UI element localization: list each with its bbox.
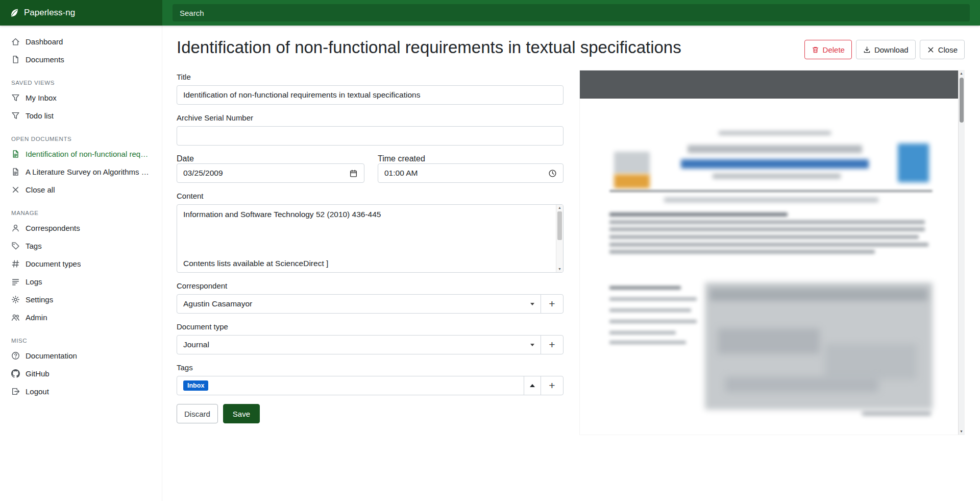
correspondent-label: Correspondent: [177, 281, 564, 290]
asn-input[interactable]: [177, 126, 564, 146]
sidebar-item-settings[interactable]: Settings: [0, 291, 162, 308]
sidebar-item-logs[interactable]: Logs: [0, 273, 162, 291]
sidebar-item-my-inbox[interactable]: My Inbox: [0, 89, 162, 107]
file-icon: [11, 55, 20, 64]
tag-badge-inbox[interactable]: Inbox: [183, 380, 208, 391]
people-icon: [11, 313, 20, 322]
pdf-blur-meta-line: [609, 286, 681, 290]
sidebar-item-github[interactable]: GitHub: [0, 365, 162, 383]
pdf-blur-logo-left-orange: [614, 174, 650, 188]
pdf-blur-caption: [862, 411, 931, 416]
app-brand[interactable]: Paperless-ng: [0, 0, 162, 26]
pdf-scroll-up-arrow[interactable]: ▲: [959, 70, 964, 77]
person-icon: [11, 224, 20, 232]
pdf-blur-text-line: [609, 250, 875, 254]
sidebar-item-document-types[interactable]: Document types: [0, 255, 162, 273]
funnel-icon: [11, 111, 20, 120]
pdf-blur-meta-line: [609, 297, 697, 301]
search-input[interactable]: [173, 4, 970, 21]
chevron-down-icon: [530, 303, 534, 305]
pdf-toolbar[interactable]: [580, 70, 958, 99]
scroll-thumb[interactable]: [557, 211, 562, 240]
pdf-blur-rule: [609, 190, 933, 192]
tags-dropdown-toggle[interactable]: [524, 376, 541, 395]
delete-button[interactable]: Delete: [804, 40, 852, 59]
gear-icon: [11, 295, 20, 304]
sidebar-item-correspondents[interactable]: Correspondents: [0, 219, 162, 237]
document-type-label: Document type: [177, 322, 564, 331]
list-icon: [11, 277, 20, 286]
brand-name: Paperless-ng: [24, 8, 75, 18]
sidebar-section-manage: MANAGE: [0, 206, 162, 219]
title-input[interactable]: [177, 85, 564, 105]
pdf-blur-bar: [688, 145, 862, 153]
save-button[interactable]: Save: [223, 404, 260, 423]
pdf-blur-logo-right: [898, 144, 929, 182]
calendar-icon[interactable]: [349, 169, 358, 178]
sidebar-item-logout[interactable]: Logout: [0, 383, 162, 400]
pdf-blur-meta-line: [609, 320, 697, 323]
close-icon: [11, 185, 20, 194]
sidebar-item-tags[interactable]: Tags: [0, 237, 162, 255]
pdf-blur-text-line: [609, 235, 919, 239]
pdf-preview: ▲ ▼: [580, 70, 964, 435]
page-title: Identification of non-functional require…: [177, 37, 681, 58]
pdf-blur-body-patch: [725, 377, 878, 392]
sidebar-item-documents[interactable]: Documents: [0, 51, 162, 68]
sidebar-item-open-doc-2[interactable]: A Literature Survey on Algorithms for Mu…: [0, 163, 162, 181]
sidebar-section-misc: MISC: [0, 333, 162, 347]
pdf-blur-meta-line: [609, 331, 676, 335]
leaf-logo-icon: [9, 8, 19, 18]
hash-icon: [11, 259, 20, 268]
top-navbar: Paperless-ng: [0, 0, 980, 26]
tag-icon: [11, 242, 20, 250]
date-label: Date: [177, 154, 194, 163]
question-circle-icon: [11, 351, 20, 360]
pdf-scroll-down-arrow[interactable]: ▼: [959, 428, 964, 435]
sidebar-item-documentation[interactable]: Documentation: [0, 347, 162, 365]
document-edit-form: Title Archive Serial Number Date 03/25/2…: [177, 73, 564, 423]
download-button[interactable]: Download: [856, 40, 916, 59]
download-icon: [863, 46, 871, 54]
time-created-input[interactable]: 01:00 AM: [378, 163, 564, 183]
pdf-blur-text-line: [609, 212, 788, 217]
date-input[interactable]: 03/25/2009: [177, 163, 364, 183]
add-tag-button[interactable]: +: [541, 376, 564, 395]
tags-input[interactable]: Inbox: [177, 376, 524, 395]
asn-label: Archive Serial Number: [177, 113, 564, 122]
add-document-type-button[interactable]: +: [541, 335, 564, 354]
scroll-up-arrow[interactable]: ▲: [556, 205, 563, 211]
sidebar-item-admin[interactable]: Admin: [0, 308, 162, 326]
sidebar-item-dashboard[interactable]: Dashboard: [0, 33, 162, 51]
github-icon: [11, 369, 20, 378]
sidebar-item-close-all[interactable]: Close all: [0, 181, 162, 199]
pdf-scroll-thumb[interactable]: [960, 78, 964, 123]
pdf-blur-logo-left: [614, 152, 650, 174]
file-text-icon: [11, 150, 20, 158]
add-correspondent-button[interactable]: +: [541, 294, 564, 314]
sidebar-item-todo-list[interactable]: Todo list: [0, 107, 162, 125]
sidebar-section-saved-views: SAVED VIEWS: [0, 76, 162, 89]
tags-label: Tags: [177, 363, 564, 372]
content-textarea[interactable]: Information and Software Technology 52 (…: [177, 204, 564, 273]
document-type-select[interactable]: Journal: [177, 335, 541, 354]
pdf-blur-meta-line: [609, 308, 691, 312]
pdf-blur-meta-line: [609, 341, 686, 344]
clock-icon[interactable]: [548, 169, 557, 178]
close-button[interactable]: Close: [920, 40, 965, 59]
house-icon: [11, 37, 20, 46]
title-label: Title: [177, 73, 564, 81]
file-text-icon: [11, 168, 20, 176]
pdf-scrollbar[interactable]: ▲ ▼: [958, 70, 964, 435]
sidebar: Dashboard Documents SAVED VIEWS My Inbox…: [0, 26, 162, 501]
content-scrollbar[interactable]: ▲ ▼: [556, 205, 563, 272]
sidebar-item-open-doc-1[interactable]: Identification of non-functional require…: [0, 145, 162, 163]
correspondent-select[interactable]: Agustin Casamayor: [177, 294, 541, 314]
pdf-blur-text-line: [609, 227, 925, 231]
sidebar-section-open-documents: OPEN DOCUMENTS: [0, 132, 162, 145]
scroll-down-arrow[interactable]: ▼: [556, 266, 563, 272]
logout-icon: [11, 387, 20, 396]
pdf-blur-text-line: [609, 243, 928, 247]
discard-button[interactable]: Discard: [177, 404, 218, 423]
content-label: Content: [177, 192, 564, 200]
